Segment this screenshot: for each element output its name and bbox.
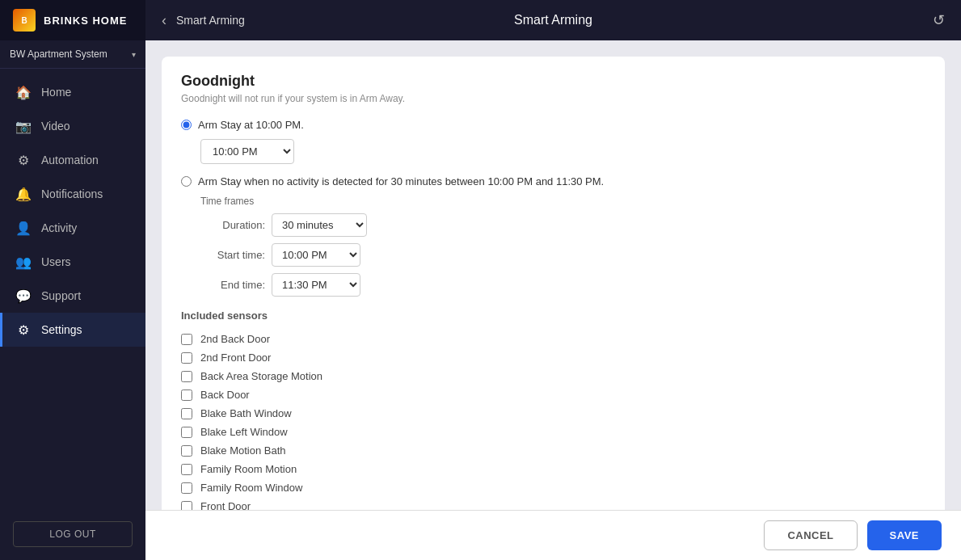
sidebar-item-home[interactable]: 🏠 Home <box>0 75 145 109</box>
sidebar-item-notifications[interactable]: 🔔 Notifications <box>0 177 145 211</box>
sensor-label-family-room-motion: Family Room Motion <box>200 463 297 475</box>
main-area: ‹ Smart Arming Smart Arming ↺ Goodnight … <box>145 0 961 560</box>
sensor-item-front-door: Front Door <box>181 497 925 510</box>
users-icon: 👥 <box>15 254 32 270</box>
app-logo: B BRINKS HOME <box>0 0 145 40</box>
sidebar-item-label: Notifications <box>41 187 103 200</box>
sensor-item-blake-motion-bath: Blake Motion Bath <box>181 441 925 460</box>
radio-arm-stay-time-label: Arm Stay at 10:00 PM. <box>198 119 304 131</box>
chevron-down-icon: ▾ <box>132 50 136 59</box>
sensor-item-back-door: Back Door <box>181 385 925 404</box>
back-button[interactable]: ‹ <box>162 12 166 29</box>
sidebar-item-label: Settings <box>41 323 82 336</box>
radio-option-1-row: Arm Stay at 10:00 PM. <box>181 119 925 131</box>
start-time-dropdown[interactable]: 9:00 PM 9:30 PM 10:00 PM 10:30 PM 11:00 … <box>272 243 360 267</box>
radio-arm-stay-activity[interactable] <box>181 176 192 187</box>
sensor-checkbox-2nd-back-door[interactable] <box>181 334 192 345</box>
sensor-item-family-room-motion: Family Room Motion <box>181 460 925 478</box>
brinks-wordmark: BRINKS HOME <box>44 15 127 27</box>
time-frames-section: Time frames Duration: 15 minutes 30 minu… <box>200 196 925 297</box>
sidebar-item-label: Users <box>41 255 71 268</box>
sensor-label-back-door: Back Door <box>200 389 250 401</box>
sensor-label-blake-bath-window: Blake Bath Window <box>200 407 292 419</box>
system-selector[interactable]: BW Apartment System ▾ <box>0 40 145 69</box>
sidebar-item-label: Home <box>41 86 71 99</box>
radio-arm-stay-activity-label: Arm Stay when no activity is detected fo… <box>198 175 604 187</box>
sensor-checkbox-2nd-front-door[interactable] <box>181 352 192 364</box>
duration-dropdown[interactable]: 15 minutes 30 minutes 45 minutes 60 minu… <box>272 213 367 237</box>
sensor-checkbox-blake-bath-window[interactable] <box>181 408 192 419</box>
included-sensors-section: Included sensors 2nd Back Door 2nd Front… <box>181 309 925 510</box>
sensor-item-blake-bath-window: Blake Bath Window <box>181 404 925 423</box>
settings-icon: ⚙ <box>15 322 32 338</box>
duration-row: Duration: 15 minutes 30 minutes 45 minut… <box>200 213 925 237</box>
nav-items: 🏠 Home 📷 Video ⚙ Automation 🔔 Notificati… <box>0 69 145 508</box>
sensors-title: Included sensors <box>181 309 925 322</box>
sidebar-item-video[interactable]: 📷 Video <box>0 109 145 143</box>
sidebar-item-label: Activity <box>41 221 77 234</box>
sensor-checkbox-front-door[interactable] <box>181 501 192 511</box>
sensor-item-family-room-window: Family Room Window <box>181 478 925 497</box>
sidebar-item-automation[interactable]: ⚙ Automation <box>0 143 145 177</box>
time-frames-title: Time frames <box>200 196 925 207</box>
sidebar-item-label: Support <box>41 289 81 302</box>
refresh-icon[interactable]: ↺ <box>933 11 945 29</box>
page-title: Smart Arming <box>514 13 592 27</box>
sensor-checkbox-blake-left-window[interactable] <box>181 427 192 438</box>
sensor-checkbox-blake-motion-bath[interactable] <box>181 445 192 457</box>
radio-arm-stay-time[interactable] <box>181 120 192 130</box>
sensor-label-back-area-storage: Back Area Storage Motion <box>200 370 322 382</box>
start-time-label: Start time: <box>200 249 265 261</box>
sidebar-item-settings[interactable]: ⚙ Settings <box>0 313 145 347</box>
home-icon: 🏠 <box>15 84 32 100</box>
content-area: Goodnight Goodnight will not run if your… <box>145 40 961 510</box>
sensor-label-blake-motion-bath: Blake Motion Bath <box>200 444 286 457</box>
sensor-checkbox-back-area-storage[interactable] <box>181 371 192 382</box>
brinks-icon: B <box>13 9 36 32</box>
notifications-icon: 🔔 <box>15 186 32 202</box>
section-subtitle: Goodnight will not run if your system is… <box>181 93 925 104</box>
automation-icon: ⚙ <box>15 152 32 168</box>
end-time-dropdown[interactable]: 10:30 PM 11:00 PM 11:30 PM 12:00 AM <box>272 273 360 297</box>
sidebar-footer: LOG OUT <box>0 508 145 560</box>
time-select-container: 9:00 PM 9:30 PM 10:00 PM 10:30 PM 11:00 … <box>200 139 925 164</box>
sensor-label-2nd-back-door: 2nd Back Door <box>200 333 270 345</box>
goodnight-card: Goodnight Goodnight will not run if your… <box>162 57 945 510</box>
breadcrumb: Smart Arming <box>176 14 245 27</box>
sensor-item-2nd-back-door: 2nd Back Door <box>181 330 925 348</box>
sensor-label-2nd-front-door: 2nd Front Door <box>200 352 271 364</box>
sidebar-item-label: Automation <box>41 154 99 166</box>
start-time-row: Start time: 9:00 PM 9:30 PM 10:00 PM 10:… <box>200 243 925 267</box>
sidebar-item-support[interactable]: 💬 Support <box>0 279 145 313</box>
sensor-label-blake-left-window: Blake Left Window <box>200 426 288 438</box>
sidebar-item-users[interactable]: 👥 Users <box>0 245 145 279</box>
save-button[interactable]: SAVE <box>867 520 942 550</box>
sensor-label-family-room-window: Family Room Window <box>200 482 302 494</box>
sidebar: B BRINKS HOME BW Apartment System ▾ 🏠 Ho… <box>0 0 145 560</box>
sensor-item-blake-left-window: Blake Left Window <box>181 423 925 441</box>
sensor-label-front-door: Front Door <box>200 500 251 510</box>
end-time-label: End time: <box>200 279 265 291</box>
cancel-button[interactable]: CANCEL <box>764 520 857 550</box>
sensor-item-2nd-front-door: 2nd Front Door <box>181 348 925 367</box>
support-icon: 💬 <box>15 288 32 304</box>
arm-time-dropdown[interactable]: 9:00 PM 9:30 PM 10:00 PM 10:30 PM 11:00 … <box>200 139 294 164</box>
sidebar-item-activity[interactable]: 👤 Activity <box>0 211 145 245</box>
sensor-checkbox-family-room-motion[interactable] <box>181 464 192 475</box>
sensor-checkbox-back-door[interactable] <box>181 389 192 401</box>
footer: CANCEL SAVE <box>145 510 961 560</box>
sensor-item-back-area-storage: Back Area Storage Motion <box>181 367 925 385</box>
system-selector-label: BW Apartment System <box>10 48 107 60</box>
end-time-row: End time: 10:30 PM 11:00 PM 11:30 PM 12:… <box>200 273 925 297</box>
logout-button[interactable]: LOG OUT <box>13 521 133 547</box>
video-icon: 📷 <box>15 118 32 134</box>
radio-option-2-row: Arm Stay when no activity is detected fo… <box>181 175 925 187</box>
sensor-checkbox-family-room-window[interactable] <box>181 482 192 494</box>
activity-icon: 👤 <box>15 220 32 236</box>
section-title: Goodnight <box>181 73 925 90</box>
duration-label: Duration: <box>200 219 265 231</box>
topbar: ‹ Smart Arming Smart Arming ↺ <box>145 0 961 40</box>
sidebar-item-label: Video <box>41 120 70 133</box>
